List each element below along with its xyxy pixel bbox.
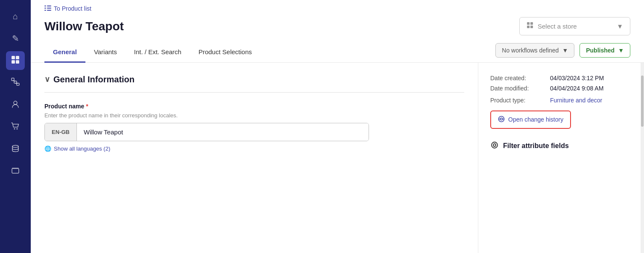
products-icon [11,55,20,67]
required-indicator: * [86,103,88,110]
product-type-value[interactable]: Furniture and decor [550,97,602,104]
product-title: Willow Teapot [44,20,124,33]
back-link-label: To Product list [54,5,91,12]
list-icon [44,5,51,12]
hierarchy-icon [11,78,20,88]
published-label: Published [586,47,615,54]
svg-rect-1 [16,56,19,59]
svg-point-29 [492,142,498,148]
locale-tag: EN-GB [45,123,77,141]
product-name-input[interactable] [77,123,369,141]
svg-rect-0 [12,56,15,59]
tab-general[interactable]: General [44,42,85,63]
tab-int-ext-search[interactable]: Int. / Ext. Search [126,42,190,63]
date-modified-row: Date modified: 04/04/2024 9:08 AM [490,85,629,92]
product-type-label: Product type: [490,97,550,104]
compose-icon: ✎ [12,33,19,44]
store-selector[interactable]: Select a store ▼ [519,17,630,35]
svg-rect-18 [47,8,51,9]
back-to-product-list[interactable]: To Product list [44,5,630,12]
svg-rect-6 [17,83,19,85]
store-selector-placeholder: Select a store [538,23,577,30]
locale-input-row: EN-GB [44,123,369,141]
date-created-value: 04/03/2024 3:12 PM [550,75,604,81]
home-icon: ⌂ [13,12,18,21]
section-header: ∨ General Information [44,75,464,84]
svg-point-9 [14,101,17,105]
sidebar-item-compose[interactable]: ✎ [6,29,25,48]
database-icon [11,144,20,155]
date-modified-value: 04/04/2024 9:08 AM [550,85,603,92]
globe-icon: 🌐 [44,145,51,152]
svg-point-12 [12,145,18,147]
product-type-row: Product type: Furniture and decor [490,97,629,104]
sidebar-item-hierarchy[interactable] [6,73,25,92]
change-history-button[interactable]: Open change history [490,111,571,129]
left-content: ∨ General Information Product name * Ent… [31,63,478,253]
sidebar-item-cart[interactable] [6,118,25,137]
sidebar-item-products[interactable] [6,51,25,70]
date-modified-label: Date modified: [490,85,550,92]
svg-rect-22 [530,22,533,25]
cards-icon [11,166,20,177]
tabs-workflow-row: General Variants Int. / Ext. Search Prod… [31,42,644,63]
section-divider [44,92,464,93]
svg-rect-16 [47,6,51,6]
workflow-label: No workflows defined [502,47,559,54]
published-chevron-icon: ▼ [618,47,624,54]
section-title: General Information [53,75,135,84]
sidebar: ⌂ ✎ [0,0,31,253]
svg-point-10 [14,128,15,129]
filter-icon [490,141,499,151]
date-created-label: Date created: [490,75,550,81]
sidebar-item-database[interactable] [6,140,25,159]
cart-icon [11,122,20,133]
store-grid-icon [527,22,534,31]
sidebar-item-users[interactable] [6,96,25,114]
svg-rect-23 [527,26,530,28]
workflow-row: No workflows defined ▼ Published ▼ [495,43,630,61]
svg-rect-14 [12,168,19,169]
tab-product-selections[interactable]: Product Selections [190,42,261,63]
svg-rect-5 [14,81,17,83]
svg-point-26 [501,118,503,120]
scrollbar-thumb[interactable] [641,76,644,127]
workflow-button[interactable]: No workflows defined ▼ [495,43,574,58]
store-selector-chevron: ▼ [617,23,623,30]
filter-section: Filter attribute fields [490,141,629,151]
right-panel: Date created: 04/03/2024 3:12 PM Date mo… [478,63,641,253]
change-history-label: Open change history [508,116,563,123]
change-history-icon [498,116,505,124]
sidebar-item-home[interactable]: ⌂ [6,7,25,26]
topbar: To Product list Willow Teapot Select a s… [31,0,644,42]
svg-point-30 [493,144,496,146]
svg-rect-24 [530,26,533,28]
svg-rect-13 [12,169,19,173]
published-button[interactable]: Published ▼ [580,43,630,58]
svg-rect-15 [44,6,46,6]
show-languages-label: Show all languages (2) [54,145,110,152]
sidebar-item-cards[interactable] [6,162,25,181]
svg-rect-2 [12,60,15,64]
svg-rect-3 [16,60,19,64]
users-icon [11,100,20,111]
tab-variants[interactable]: Variants [85,42,126,63]
svg-rect-21 [527,22,530,25]
product-header: Willow Teapot Select a store ▼ [44,17,630,35]
svg-rect-20 [47,10,51,11]
svg-line-7 [13,81,15,81]
svg-rect-4 [12,78,14,81]
content-area: ∨ General Information Product name * Ent… [31,63,644,253]
product-name-label: Product name * [44,103,464,110]
product-name-hint: Enter the product name in their correspo… [44,112,464,119]
scrollbar[interactable] [641,63,644,253]
tabs: General Variants Int. / Ext. Search Prod… [44,42,261,62]
filter-label: Filter attribute fields [503,142,569,150]
workflow-chevron-icon: ▼ [562,47,568,54]
svg-rect-19 [44,10,46,11]
section-chevron-icon: ∨ [44,75,50,84]
main-content: To Product list Willow Teapot Select a s… [31,0,644,253]
svg-rect-17 [44,8,46,9]
svg-point-11 [17,128,18,129]
show-all-languages[interactable]: 🌐 Show all languages (2) [44,145,464,152]
